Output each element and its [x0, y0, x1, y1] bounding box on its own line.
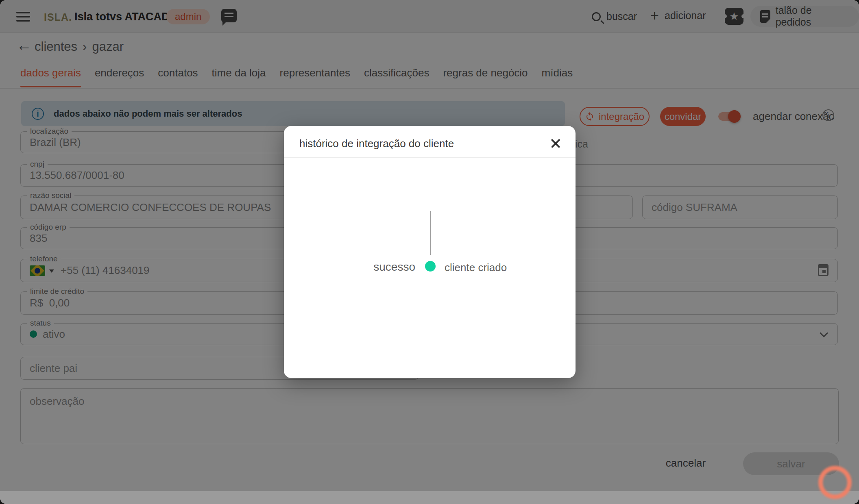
feedback-ring-icon[interactable] — [818, 466, 852, 499]
bottom-strip — [0, 491, 859, 504]
close-icon[interactable] — [549, 137, 562, 150]
timeline-success-dot — [425, 261, 436, 272]
timeline-status: sucesso — [373, 261, 415, 274]
integration-history-modal: histórico de integração do cliente suces… — [284, 126, 576, 378]
modal-divider — [284, 157, 576, 158]
app-root: ISLA. Isla totvs ATACADO admin buscar + … — [0, 0, 859, 504]
modal-title: histórico de integração do cliente — [299, 137, 454, 150]
timeline-line — [430, 211, 431, 255]
timeline-event: cliente criado — [445, 261, 507, 274]
